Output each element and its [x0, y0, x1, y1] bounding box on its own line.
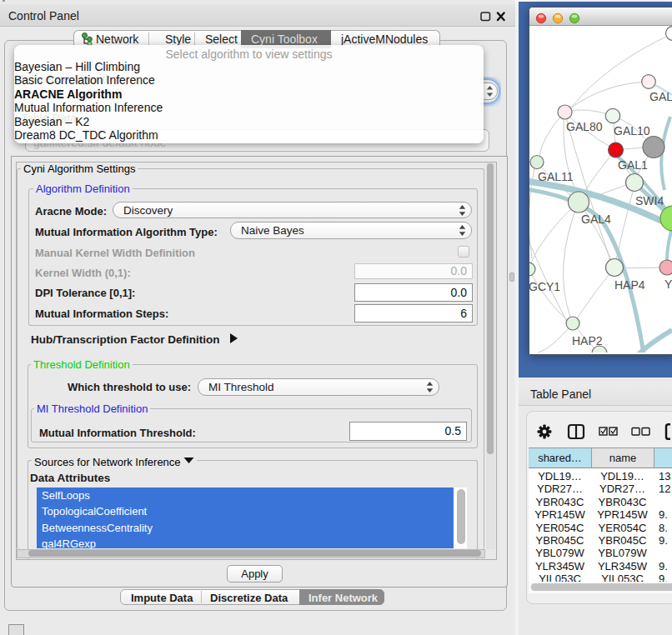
svg-text:GAL1: GAL1 [618, 158, 648, 172]
svg-text:SWI4: SWI4 [635, 194, 664, 208]
svg-text:GAL80: GAL80 [566, 120, 603, 133]
svg-text:GAL10: GAL10 [614, 124, 650, 138]
svg-text:GAL2: GAL2 [649, 90, 672, 103]
svg-text:HAP4: HAP4 [614, 278, 645, 292]
svg-text:Y: Y [664, 278, 672, 291]
svg-text:HAP2: HAP2 [572, 334, 603, 348]
svg-text:GCY1: GCY1 [529, 280, 560, 293]
svg-text:GAL4: GAL4 [581, 212, 611, 226]
svg-text:GAL11: GAL11 [538, 170, 574, 183]
